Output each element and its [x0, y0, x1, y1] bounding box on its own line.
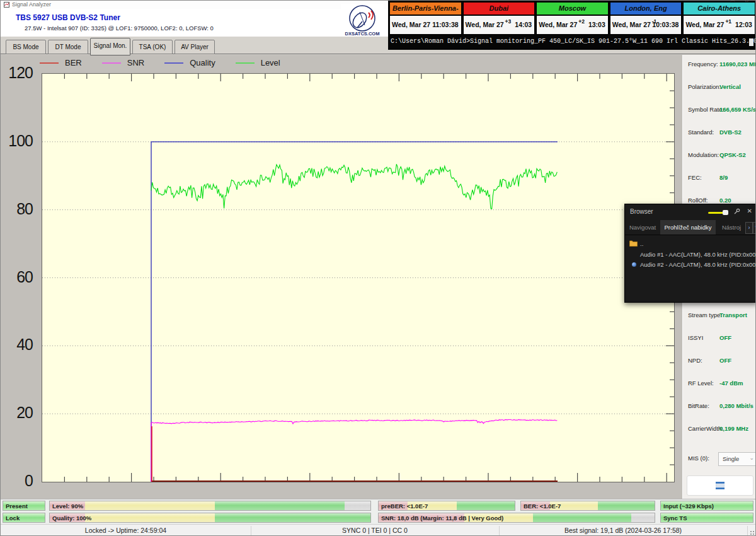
folder-icon [629, 240, 638, 247]
status-best-signal: Best signal: 19,1 dB (2024-03-26 17:58) [499, 527, 747, 534]
sidebar-row-rf-level: RF Level:-47 dBm [688, 380, 756, 388]
tab-signal-mon[interactable]: Signal Mon. [90, 38, 130, 55]
preber-meter: preBER: <1.0E-7 [378, 501, 515, 511]
clock-city-label: Dubai [464, 3, 535, 16]
y-axis-tick-label: 100 [1, 132, 33, 150]
clock-city-label: Moscow [537, 3, 608, 16]
popup-tab-overflow[interactable]: ˅ [753, 222, 756, 234]
lock-indicator: Lock [3, 513, 45, 523]
legend-label-ber: BER [65, 58, 82, 67]
y-axis-labels: 120100806040200 [1, 73, 37, 481]
chart-panel: BER SNR Quality Level 120100806040200 [1, 55, 682, 499]
clock-city-label: London, Eng [610, 3, 682, 16]
quality-meter: Quality: 100% [49, 513, 371, 523]
ber-meter: BER: <1.0E-7 [520, 501, 655, 511]
tab-tsa[interactable]: TSA (OK) [132, 40, 173, 54]
clock-time: 10:03:38 [652, 21, 679, 28]
clock-date: Wed, Mar 27 [539, 21, 577, 28]
y-axis-tick-label: 120 [1, 64, 33, 82]
legend-label-snr: SNR [127, 58, 144, 67]
sidebar-row-issyi: ISSYIOFF [688, 334, 756, 343]
sidebar-row-modulation: Modulation:QPSK-S2 [688, 151, 756, 160]
sidebar-row-symbol-rate: Symbol Rate:166,659 KS/s [688, 106, 756, 115]
clock-console-panel: — ▢ ✕ Berlin-Paris-Vienna-Roma Wed, Mar … [388, 1, 756, 50]
clock-berlin: Berlin-Paris-Vienna-Roma Wed, Mar 2711:0… [389, 2, 462, 35]
pin-icon[interactable] [734, 208, 740, 214]
popup-slider-knob[interactable] [723, 210, 728, 215]
y-axis-tick-label: 0 [1, 472, 33, 490]
legend-label-level: Level [261, 58, 280, 67]
console-command-line[interactable]: C:\Users\Roman Dávid>Signal monitoring_P… [391, 38, 751, 45]
popup-tabs: Navigovat Prohlížeč nabidky Nástroj proc… [625, 220, 756, 235]
status-divider [747, 526, 748, 535]
clock-date: Wed, Mar 27 [392, 21, 430, 28]
sidebar-row-bitrate: BitRate:0,280 Mbit/s [688, 402, 756, 411]
y-axis-tick-label: 20 [1, 404, 33, 422]
legend-swatch-quality [164, 62, 183, 64]
status-divider [251, 526, 251, 535]
legend-label-quality: Quality [190, 58, 215, 67]
meters-strip: Present Level: 90% preBER: <1.0E-7 BER: … [1, 499, 756, 525]
console-cursor [749, 38, 753, 46]
popup-tab-scroll-next[interactable]: › [745, 222, 753, 234]
popup-item-parent-folder[interactable]: .. [625, 239, 756, 248]
sidebar-row-standard: Standard:DVB-S2 [688, 129, 756, 137]
clock-time: 14:03 [515, 21, 532, 28]
sidebar-row-mis: MIS (0): Single ⌄ [688, 452, 755, 466]
logo-text: DXSATCS.COM [345, 31, 380, 37]
selected-dot-icon [632, 262, 636, 267]
legend-swatch-level [236, 62, 255, 64]
mis-dropdown[interactable]: Single ⌄ [718, 452, 756, 466]
popup-item-audio2[interactable]: Audio #2 - AAC(LATM), 48.0 kHz (PID:0x00… [625, 260, 756, 269]
clock-time: 11:03:38 [432, 21, 458, 28]
present-indicator: Present [3, 501, 45, 511]
level-meter: Level: 90% [49, 501, 371, 511]
legend-swatch-ber [40, 62, 59, 64]
window-title: Signal Analyzer [12, 1, 51, 8]
clock-cairo: Cairo-Athens Wed, Mar 27+112:03 [683, 2, 755, 35]
popup-close-icon[interactable]: ✕ [747, 207, 752, 214]
signal-analyzer-window: Signal Analyzer TBS 5927 USB DVB-S2 Tune… [0, 0, 756, 536]
clock-city-label: Cairo-Athens [684, 3, 755, 16]
stream-list-button[interactable] [687, 475, 753, 496]
clock-date: Wed, Mar 27 [612, 21, 651, 28]
popup-item-audio1[interactable]: Audio #1 - AAC(LATM), 48.0 kHz (PID:0x00… [625, 250, 756, 259]
clock-dubai: Dubai Wed, Mar 27+314:03 [463, 2, 536, 35]
browser-popup: Browser ✕ Navigovat Prohlížeč nabidky Ná… [624, 204, 756, 303]
clock-city-label: Berlin-Paris-Vienna-Roma [390, 3, 461, 16]
clock-moscow: Moscow Wed, Mar 27+213:03 [536, 2, 609, 35]
tuner-title: TBS 5927 USB DVB-S2 Tuner [16, 13, 120, 22]
dxsatcs-logo: DXSATCS.COM [341, 4, 384, 37]
status-sync-counters: SYNC 0 | TEI 0 | CC 0 [251, 527, 499, 534]
popup-tab-navigovat[interactable]: Navigovat [626, 220, 659, 235]
clock-date: Wed, Mar 27 [466, 21, 504, 28]
clock-utc-offset: +1 [725, 18, 731, 25]
chevron-down-icon: ⌄ [749, 455, 754, 461]
popup-title: Browser [630, 208, 653, 215]
list-icon [716, 482, 724, 489]
sync-ts-indicator: Sync TS [660, 513, 753, 523]
popup-tab-nastroj[interactable]: Nástroj procházení t [717, 220, 746, 235]
status-divider [499, 526, 500, 535]
header: TBS 5927 USB DVB-S2 Tuner 27.5W - Intels… [1, 9, 389, 37]
status-bar: Locked -> Uptime: 24:59:04 SYNC 0 | TEI … [1, 524, 756, 536]
sidebar-row-npd: NPD:OFF [688, 357, 756, 366]
app-icon [4, 2, 9, 8]
sidebar-row-frequency: Frequency:11690,023 MHz [688, 61, 756, 69]
tab-bs-mode[interactable]: BS Mode [6, 40, 46, 54]
sidebar-row-stream-type: Stream type:Transport [688, 312, 756, 320]
tab-dt-mode[interactable]: DT Mode [48, 40, 88, 54]
y-axis-tick-label: 80 [1, 200, 33, 218]
clock-utc-offset: +2 [578, 18, 585, 25]
snr-meter: SNR: 18,0 dB (Margin: 11,8 dB | Very Goo… [378, 513, 655, 523]
world-clocks: Berlin-Paris-Vienna-Roma Wed, Mar 2711:0… [389, 2, 755, 35]
resize-grip[interactable] [750, 530, 755, 535]
clock-time: 12:03 [735, 21, 752, 28]
clock-utc-offset: +3 [505, 18, 512, 25]
chart-legend: BER SNR Quality Level [40, 58, 294, 67]
clock-london: London, Eng Wed, Mar 27-110:03:38 [610, 2, 682, 35]
input-indicator: Input (~329 Kbps) [660, 501, 753, 511]
popup-tab-prohlizec[interactable]: Prohlížeč nabidky [660, 220, 716, 235]
mis-selected-value: Single [723, 455, 739, 462]
tab-av-player[interactable]: AV Player [175, 40, 215, 54]
